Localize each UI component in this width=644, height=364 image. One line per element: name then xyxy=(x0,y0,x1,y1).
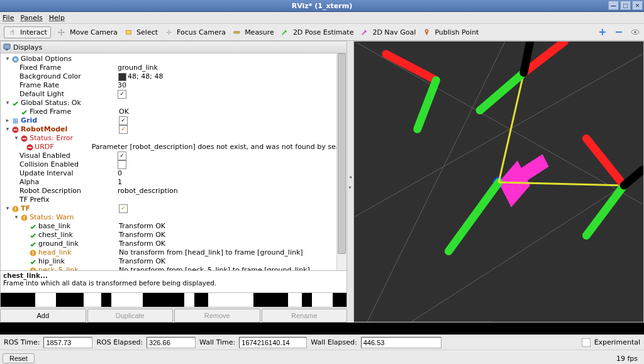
check-icon xyxy=(19,108,28,116)
ros-time-field[interactable] xyxy=(43,337,92,348)
check-icon xyxy=(11,99,19,107)
tool-move-camera[interactable]: Move Camera xyxy=(57,28,118,36)
tool-measure[interactable]: Measure xyxy=(232,28,274,36)
chevron-right-icon[interactable]: ▸ xyxy=(348,183,353,190)
checkbox-checked-icon[interactable]: ✓ xyxy=(119,125,128,134)
tree-item-alpha[interactable]: Alpha 1 xyxy=(4,178,347,187)
svg-rect-20 xyxy=(23,216,24,218)
tree-item-tf[interactable]: ▾ TF ✓ xyxy=(4,204,347,213)
tree-item-base-link[interactable]: base_link Transform OK xyxy=(4,222,347,231)
displays-panel-title[interactable]: Displays xyxy=(0,41,347,53)
tool-select[interactable]: Select xyxy=(124,28,158,36)
check-icon xyxy=(28,258,37,265)
arrow-green-icon xyxy=(280,28,289,36)
toolbar-plus-icon[interactable] xyxy=(597,27,608,37)
error-icon xyxy=(26,143,33,151)
tree-item-neck-5-link[interactable]: neck_5_link No transform from [neck_5_li… xyxy=(4,266,347,271)
description-box: chest_link... Frame into which all data … xyxy=(0,271,347,293)
wall-time-field[interactable] xyxy=(239,337,307,348)
check-icon xyxy=(28,231,37,239)
tree-item-gs-fixed-frame[interactable]: Fixed Frame OK xyxy=(4,108,347,116)
svg-line-36 xyxy=(448,182,499,251)
svg-line-44 xyxy=(624,170,643,185)
reset-button[interactable]: Reset xyxy=(3,353,35,363)
error-icon xyxy=(19,135,28,142)
tree-item-urdf[interactable]: URDF Parameter [robot_description] does … xyxy=(4,143,347,152)
checkbox-checked-icon[interactable]: ✓ xyxy=(118,90,126,99)
gear-icon xyxy=(11,55,19,63)
move-icon xyxy=(57,28,66,36)
tree-item-collision-enabled[interactable]: Collision Enabled xyxy=(4,160,347,169)
check-icon xyxy=(28,240,37,248)
window-maximize-button[interactable]: □ xyxy=(620,1,631,10)
panel-splitter[interactable]: ◂ ▸ xyxy=(347,41,353,323)
tree-item-fixed-frame[interactable]: Fixed Frame ground_link xyxy=(4,63,347,72)
tree-item-visual-enabled[interactable]: Visual Enabled ✓ xyxy=(4,152,347,160)
checkbox-checked-icon[interactable]: ✓ xyxy=(119,204,128,213)
wall-elapsed-label: Wall Elapsed: xyxy=(311,338,357,346)
displays-tree[interactable]: ▾ Global Options Fixed Frame ground_link… xyxy=(1,53,347,271)
error-icon xyxy=(11,126,19,133)
tool-publish-point[interactable]: Publish Point xyxy=(422,28,479,36)
tree-item-robotmodel[interactable]: ▾ RobotModel ✓ xyxy=(4,125,347,134)
menu-help[interactable]: Help xyxy=(49,14,65,22)
tree-item-rm-status[interactable]: ▾ Status: Error xyxy=(4,134,347,143)
color-swatch-icon xyxy=(118,73,126,80)
svg-line-29 xyxy=(355,54,643,217)
remove-button[interactable]: Remove xyxy=(174,309,260,323)
duplicate-button[interactable]: Duplicate xyxy=(87,309,174,323)
tool-2d-nav-goal[interactable]: 2D Nav Goal xyxy=(360,28,416,36)
warn-icon xyxy=(28,267,37,271)
ros-time-label: ROS Time: xyxy=(4,338,40,346)
checkbox-unchecked-icon[interactable] xyxy=(118,160,126,169)
checkbox-checked-icon[interactable]: ✓ xyxy=(119,116,128,125)
ruler-icon xyxy=(232,28,241,36)
chevron-left-icon[interactable]: ◂ xyxy=(348,173,353,180)
menu-file[interactable]: File xyxy=(3,14,14,22)
tree-item-default-light[interactable]: Default Light ✓ xyxy=(4,90,347,99)
checkbox-checked-icon[interactable]: ✓ xyxy=(118,152,126,160)
ros-elapsed-field[interactable] xyxy=(147,337,196,348)
svg-rect-17 xyxy=(14,207,15,209)
experimental-checkbox[interactable] xyxy=(582,338,591,347)
cursor-icon: ☝ xyxy=(8,28,16,36)
add-button[interactable]: Add xyxy=(0,309,86,323)
tool-interact[interactable]: ☝ Interact xyxy=(4,26,51,38)
tree-item-head-link[interactable]: head_link No transform from [head_link] … xyxy=(4,248,347,257)
toolbar-eye-icon[interactable] xyxy=(630,27,640,37)
toolbar: ☝ Interact Move Camera Select Focus Came… xyxy=(0,24,644,41)
menu-panels[interactable]: Panels xyxy=(20,14,42,22)
tree-item-grid[interactable]: ▸ Grid ✓ xyxy=(4,116,347,125)
tool-focus-camera[interactable]: Focus Camera xyxy=(164,28,226,36)
arrow-pink-icon xyxy=(360,28,369,36)
svg-rect-7 xyxy=(6,49,8,50)
tree-item-hip-link[interactable]: hip_link Transform OK xyxy=(4,257,347,266)
tree-item-global-options[interactable]: ▾ Global Options xyxy=(4,55,347,63)
toolbar-minus-icon[interactable] xyxy=(614,27,624,37)
wall-elapsed-field[interactable] xyxy=(361,337,441,348)
svg-line-46 xyxy=(418,80,436,130)
tree-item-chest-link[interactable]: chest_link Transform OK xyxy=(4,231,347,240)
reset-row: Reset 19 fps xyxy=(0,350,644,364)
tree-item-ground-link[interactable]: ground_link Transform OK xyxy=(4,240,347,248)
tool-2d-pose-estimate[interactable]: 2D Pose Estimate xyxy=(280,28,354,36)
status-bar: ROS Time: ROS Elapsed: Wall Time: Wall E… xyxy=(0,334,644,350)
tree-scrollbar[interactable] xyxy=(336,53,347,270)
unknown-strip xyxy=(0,293,347,307)
tree-item-robot-description[interactable]: Robot Description robot_description xyxy=(4,187,347,196)
rename-button[interactable]: Rename xyxy=(262,309,348,323)
tree-item-update-interval[interactable]: Update Interval 0 xyxy=(4,169,347,178)
tree-item-tf-status[interactable]: ▾ Status: Warn xyxy=(4,213,347,222)
tree-item-frame-rate[interactable]: Frame Rate 30 xyxy=(4,81,347,90)
svg-rect-21 xyxy=(23,219,24,219)
svg-rect-24 xyxy=(32,254,33,255)
warn-icon xyxy=(19,214,28,221)
focus-icon xyxy=(164,28,173,36)
3d-viewport[interactable] xyxy=(353,41,644,323)
tree-item-tf-prefix[interactable]: TF Prefix xyxy=(4,196,347,204)
window-minimize-button[interactable]: — xyxy=(608,1,619,10)
tree-item-bg-color[interactable]: Background Color 48; 48; 48 xyxy=(4,72,347,81)
wall-time-label: Wall Time: xyxy=(199,338,235,346)
window-close-button[interactable]: ✕ xyxy=(632,1,643,10)
tree-item-global-status[interactable]: ▾ Global Status: Ok xyxy=(4,99,347,108)
